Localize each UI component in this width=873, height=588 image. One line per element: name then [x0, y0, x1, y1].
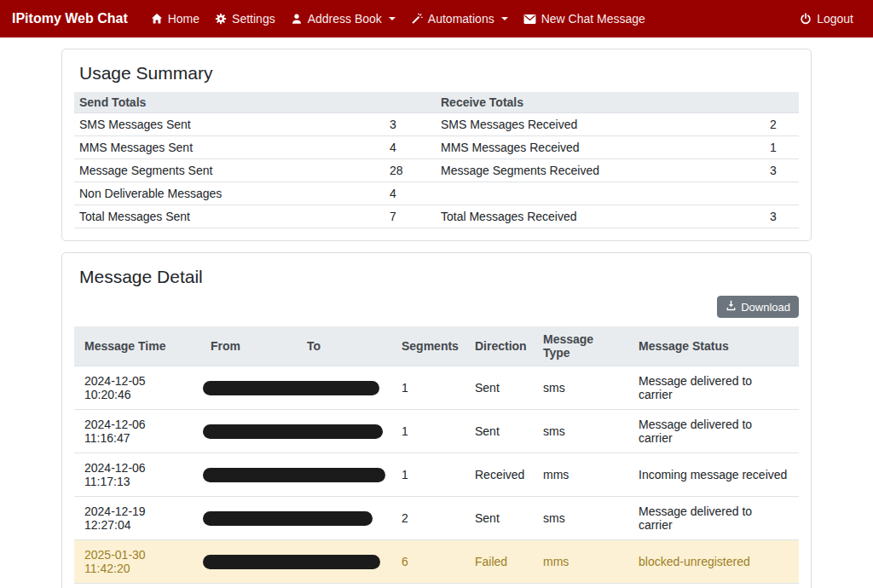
- message-time: 2025-01-31 15:26:49: [74, 584, 200, 588]
- redaction-bar: [203, 555, 380, 569]
- usage-header-row: Send Totals Receive Totals: [74, 92, 799, 113]
- send-metric-label: MMS Messages Sent: [74, 136, 384, 159]
- nav-item-automations[interactable]: Automations: [403, 7, 516, 31]
- send-metric-label: Non Deliverable Messages: [74, 182, 384, 205]
- col-message-status: Message Status: [628, 326, 799, 366]
- nav-item-address-book[interactable]: Address Book: [283, 7, 403, 31]
- usage-row: Non Deliverable Messages 4: [74, 182, 799, 205]
- send-totals-header: Send Totals: [74, 92, 436, 113]
- logout-button[interactable]: Logout: [792, 7, 861, 31]
- col-segments: Segments: [391, 326, 465, 366]
- send-metric-label: Total Messages Sent: [74, 205, 384, 228]
- message-status: Message delivered to carrier: [628, 366, 799, 410]
- redaction-bar: [203, 468, 385, 482]
- message-status: Incoming message received: [628, 584, 799, 588]
- direction: Received: [465, 453, 533, 497]
- message-detail-card: Message Detail Download Message Time Fro…: [61, 252, 812, 588]
- receive-metric-label: Message Segments Received: [436, 159, 765, 182]
- redaction-bar: [203, 381, 379, 395]
- table-row: 2025-01-31 15:26:49 1 Received sms Incom…: [74, 584, 799, 588]
- wand-icon: [411, 13, 423, 25]
- from-to-redacted: [200, 366, 391, 410]
- download-label: Download: [741, 301, 790, 314]
- receive-metric-value: [765, 182, 799, 205]
- receive-metric-label: Total Messages Received: [436, 205, 765, 228]
- col-to: To: [297, 326, 391, 366]
- message-status: blocked-unregistered: [628, 540, 799, 584]
- receive-metric-value: 3: [765, 159, 799, 182]
- table-row: 2024-12-06 11:16:47 1 Sent sms Message d…: [74, 410, 799, 453]
- home-icon: [151, 13, 163, 25]
- message-status: Message delivered to carrier: [628, 410, 799, 453]
- direction: Failed: [465, 540, 533, 584]
- gear-icon: [215, 13, 227, 25]
- receive-metric-label: [436, 182, 765, 205]
- segments: 1: [391, 410, 465, 453]
- power-icon: [800, 13, 812, 25]
- receive-metric-label: MMS Messages Received: [436, 136, 765, 159]
- nav-item-settings[interactable]: Settings: [207, 7, 283, 31]
- from-to-redacted: [200, 540, 391, 584]
- message-type: sms: [533, 497, 628, 540]
- segments: 1: [391, 453, 465, 497]
- message-type: sms: [533, 410, 628, 453]
- main-content: Usage Summary Send Totals Receive Totals…: [61, 49, 812, 588]
- nav-items: Home Settings Address Book Automations N…: [143, 7, 792, 31]
- nav-item-label: Automations: [428, 12, 494, 26]
- message-time: 2024-12-19 12:27:04: [74, 497, 200, 540]
- from-to-redacted: [200, 497, 391, 540]
- detail-toolbar: Download: [74, 296, 799, 318]
- receive-metric-value: 1: [765, 136, 799, 159]
- table-row: 2024-12-19 12:27:04 2 Sent sms Message d…: [74, 497, 799, 540]
- download-icon: [726, 300, 737, 314]
- navbar: IPitomy Web Chat Home Settings Address B…: [0, 0, 873, 37]
- usage-summary-title: Usage Summary: [79, 63, 799, 84]
- table-row: 2024-12-06 11:17:13 1 Received mms Incom…: [74, 453, 799, 497]
- usage-row: MMS Messages Sent 4 MMS Messages Receive…: [74, 136, 799, 159]
- send-metric-value: 28: [384, 159, 436, 182]
- segments: 2: [391, 497, 465, 540]
- nav-item-label: Settings: [232, 12, 275, 26]
- nav-item-new-chat-message[interactable]: New Chat Message: [516, 7, 653, 31]
- send-metric-label: Message Segments Sent: [74, 159, 384, 182]
- table-row: 2024-12-05 10:20:46 1 Sent sms Message d…: [74, 366, 799, 410]
- col-message-type: Message Type: [533, 326, 628, 366]
- direction: Sent: [465, 410, 533, 453]
- message-time: 2024-12-05 10:20:46: [74, 366, 200, 410]
- usage-row: Message Segments Sent 28 Message Segment…: [74, 159, 799, 182]
- from-to-redacted: [200, 453, 391, 497]
- from-to-redacted: [200, 410, 391, 453]
- usage-summary-table: Send Totals Receive Totals SMS Messages …: [74, 92, 799, 228]
- message-detail-table: Message Time From To Segments Direction …: [74, 326, 799, 588]
- segments: 6: [391, 540, 465, 584]
- message-status: Message delivered to carrier: [628, 497, 799, 540]
- user-icon: [291, 13, 303, 25]
- redaction-bar: [203, 511, 373, 526]
- col-from: From: [200, 326, 297, 366]
- from-to-redacted: [200, 584, 391, 588]
- message-status: Incoming message received: [628, 453, 799, 497]
- download-button[interactable]: Download: [717, 296, 799, 318]
- redaction-bar: [203, 424, 383, 439]
- nav-item-label: New Chat Message: [541, 12, 645, 26]
- send-metric-label: SMS Messages Sent: [74, 113, 384, 136]
- segments: 1: [391, 366, 465, 410]
- usage-row: Total Messages Sent 7 Total Messages Rec…: [74, 205, 799, 228]
- usage-summary-card: Usage Summary Send Totals Receive Totals…: [61, 49, 812, 241]
- send-metric-value: 4: [384, 182, 436, 205]
- message-time: 2024-12-06 11:17:13: [74, 453, 200, 497]
- detail-header-row: Message Time From To Segments Direction …: [74, 326, 799, 366]
- send-metric-value: 4: [384, 136, 436, 159]
- brand-title: IPitomy Web Chat: [12, 11, 128, 26]
- direction: Sent: [465, 497, 533, 540]
- segments: 1: [391, 584, 465, 588]
- nav-item-label: Address Book: [308, 12, 382, 26]
- col-message-time: Message Time: [74, 326, 200, 366]
- logout-label: Logout: [817, 12, 853, 26]
- receive-metric-value: 3: [765, 205, 799, 228]
- send-metric-value: 7: [384, 205, 436, 228]
- message-detail-title: Message Detail: [79, 267, 799, 287]
- col-direction: Direction: [465, 326, 533, 366]
- nav-item-home[interactable]: Home: [143, 7, 207, 31]
- table-row-warning: 2025-01-30 11:42:20 6 Failed mms blocked…: [74, 540, 799, 584]
